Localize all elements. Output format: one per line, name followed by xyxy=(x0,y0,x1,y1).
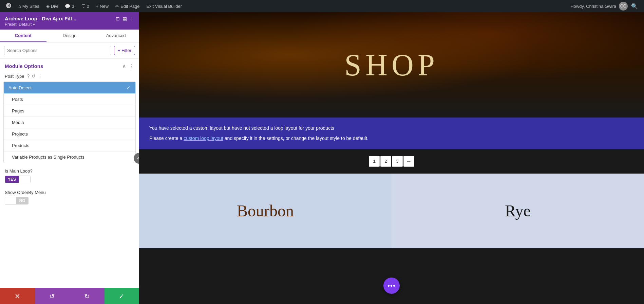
wp-admin-bar: 🅦 ⌂ My Sites ◈ Divi 💬 3 🗨 0 + New ✏ Edit… xyxy=(0,0,644,12)
chevron-down-icon: ▾ xyxy=(33,22,35,27)
panel-scroll: Module Options ∧ ⋮ Post Type ? ↺ ⋮ xyxy=(0,59,139,288)
shop-banner: SHOP xyxy=(139,12,644,118)
undo-icon: ↺ xyxy=(49,292,55,300)
pagination: 1 2 3 → xyxy=(139,149,644,174)
undo-button[interactable]: ↺ xyxy=(35,288,70,304)
show-orderby-toggle[interactable]: NO xyxy=(5,197,29,204)
edit-page-label: Edit Page xyxy=(120,4,139,9)
product-grid: Bourbon Rye xyxy=(139,174,644,248)
pin-icon[interactable]: ⊡ xyxy=(116,16,120,21)
grid-icon[interactable]: ▦ xyxy=(122,16,127,21)
tab-design[interactable]: Design xyxy=(46,30,93,42)
panel-title-icons: ⊡ ▦ ⋮ xyxy=(116,16,134,21)
dropdown-item-auto-detect[interactable]: Auto Detect ✓ xyxy=(4,82,135,93)
post-type-label: Post Type xyxy=(5,74,24,79)
panel-title-row: Archive Loop - Divi Ajax Filt... ⊡ ▦ ⋮ xyxy=(5,16,134,21)
toggle-off-yes xyxy=(5,197,16,204)
tabs-row: Content Design Advanced xyxy=(0,30,139,42)
preview-area: SHOP You have selected a custom layout b… xyxy=(139,12,644,304)
avatar[interactable]: CG xyxy=(619,2,628,11)
arrow-left-icon: ⇔ xyxy=(137,155,139,161)
new-label: + New xyxy=(96,4,109,9)
search-filter-row: + Filter xyxy=(0,42,139,59)
module-options-header: Module Options ∧ ⋮ xyxy=(0,59,139,72)
dropdown-item-projects[interactable]: Projects xyxy=(4,128,135,140)
toggle-yes-label: YES xyxy=(5,176,19,183)
shop-title: SHOP xyxy=(344,48,439,83)
panel-title: Archive Loop - Divi Ajax Filt... xyxy=(5,16,76,21)
post-type-icons: ? ↺ ⋮ xyxy=(27,73,43,79)
product-card-bourbon: Bourbon xyxy=(139,174,392,248)
search-options-input[interactable] xyxy=(4,46,111,55)
my-sites-label: My Sites xyxy=(22,4,39,9)
next-page-button[interactable]: → xyxy=(403,156,414,167)
page-3-button[interactable]: 3 xyxy=(392,156,403,167)
dropdown-item-variable-products[interactable]: Variable Products as Single Products xyxy=(4,151,135,163)
divi-icon: ◈ xyxy=(46,4,50,9)
product-name-bourbon: Bourbon xyxy=(237,201,294,220)
comments-menu[interactable]: 💬 3 xyxy=(61,0,77,12)
page-1-button[interactable]: 1 xyxy=(369,156,380,167)
floating-menu-button[interactable]: ••• xyxy=(383,278,400,294)
my-sites-menu[interactable]: ⌂ My Sites xyxy=(15,0,43,12)
main-layout: Archive Loop - Divi Ajax Filt... ⊡ ▦ ⋮ P… xyxy=(0,0,644,304)
bottom-action-bar: ✕ ↺ ↻ ✓ xyxy=(0,288,139,304)
is-main-loop-toggle-row: YES xyxy=(5,176,134,183)
admin-bar-right: Howdy, Christina Gwira CG 🔍 xyxy=(568,2,641,11)
tab-advanced[interactable]: Advanced xyxy=(93,30,139,42)
search-icon[interactable]: 🔍 xyxy=(628,3,641,10)
comments-zero[interactable]: 🗨 0 xyxy=(78,0,93,12)
options-more-icon[interactable]: ⋮ xyxy=(129,63,134,69)
module-options-icons: ∧ ⋮ xyxy=(122,63,134,69)
save-icon: ✓ xyxy=(119,292,125,300)
comments-icon: 💬 xyxy=(65,4,70,9)
reset-icon[interactable]: ↺ xyxy=(32,73,36,79)
wp-logo[interactable]: 🅦 xyxy=(3,0,15,12)
howdy-text: Howdy, Christina Gwira xyxy=(568,4,619,9)
pencil-icon: ✏ xyxy=(115,4,119,9)
show-orderby-toggle-row: NO xyxy=(5,197,134,204)
exit-builder-label: Exit Visual Builder xyxy=(146,4,182,9)
info-message-line1: You have selected a custom layout but ha… xyxy=(149,124,634,132)
tab-content[interactable]: Content xyxy=(0,30,46,42)
speech-icon: 🗨 xyxy=(81,4,86,9)
comments-count: 3 xyxy=(72,4,74,9)
custom-loop-layout-link[interactable]: custom loop layout xyxy=(184,136,223,141)
info-message-line2: Please create a custom loop layout and s… xyxy=(149,135,634,142)
panel-preset[interactable]: Preset: Default ▾ xyxy=(5,22,134,27)
filter-button[interactable]: + Filter xyxy=(114,46,135,55)
save-button[interactable]: ✓ xyxy=(105,288,139,304)
cancel-icon: ✕ xyxy=(15,292,20,300)
is-main-loop-setting: Is Main Loop? YES xyxy=(0,165,139,186)
redo-icon: ↻ xyxy=(84,292,90,300)
house-icon: ⌂ xyxy=(18,4,21,9)
divi-menu[interactable]: ◈ Divi xyxy=(43,0,62,12)
dropdown-item-posts[interactable]: Posts xyxy=(4,94,135,105)
edit-page-button[interactable]: ✏ Edit Page xyxy=(112,0,143,12)
show-orderby-setting: Show OrderBy Menu NO xyxy=(0,186,139,208)
dropdown-item-pages[interactable]: Pages xyxy=(4,105,135,117)
exit-builder-button[interactable]: Exit Visual Builder xyxy=(143,0,185,12)
is-main-loop-label: Is Main Loop? xyxy=(5,168,134,174)
new-button[interactable]: + New xyxy=(93,0,112,12)
dropdown-list: Auto Detect ✓ Posts Pages Media xyxy=(3,82,136,163)
is-main-loop-toggle[interactable]: YES xyxy=(5,176,31,183)
module-options-title: Module Options xyxy=(5,63,43,69)
dropdown-item-products[interactable]: Products xyxy=(4,140,135,151)
divi-label: Divi xyxy=(51,4,58,9)
show-orderby-label: Show OrderBy Menu xyxy=(5,190,134,195)
panel-header: Archive Loop - Divi Ajax Filt... ⊡ ▦ ⋮ P… xyxy=(0,12,139,30)
dropdown-item-media[interactable]: Media xyxy=(4,117,135,128)
help-icon[interactable]: ? xyxy=(27,73,30,79)
collapse-icon[interactable]: ∧ xyxy=(122,63,126,69)
product-name-rye: Rye xyxy=(505,201,530,220)
info-box: You have selected a custom layout but ha… xyxy=(139,118,644,149)
page-2-button[interactable]: 2 xyxy=(380,156,391,167)
more-icon[interactable]: ⋮ xyxy=(130,16,134,21)
redo-button[interactable]: ↻ xyxy=(70,288,105,304)
post-type-row: Post Type ? ↺ ⋮ xyxy=(0,72,139,82)
toggle-off-no: NO xyxy=(16,197,28,204)
cancel-button[interactable]: ✕ xyxy=(0,288,35,304)
post-type-dropdown: Auto Detect ✓ Posts Pages Media xyxy=(0,82,139,165)
more-options-icon[interactable]: ⋮ xyxy=(38,73,42,79)
